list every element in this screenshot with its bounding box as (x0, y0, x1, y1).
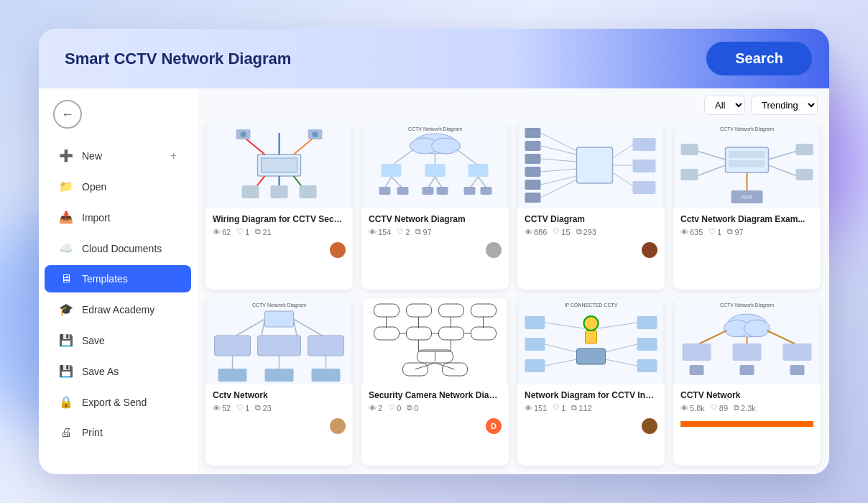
card-footer-2 (361, 242, 509, 264)
svg-rect-13 (242, 185, 259, 198)
svg-rect-52 (577, 147, 613, 183)
svg-rect-36 (437, 187, 448, 195)
card-stats-6: 👁2 ♡0 ⧉0 (369, 403, 502, 412)
card-img-3 (517, 122, 665, 208)
card-img-7: IP CONNECTED CCTV (517, 298, 665, 384)
svg-rect-89 (265, 369, 294, 382)
svg-rect-120 (525, 316, 545, 329)
card-footer-7 (517, 418, 665, 440)
card-cctv-diagram[interactable]: CCTV Diagram 👁886 ♡15 ⧉293 (517, 122, 665, 290)
card-cctv-network3[interactable]: CCTV Network Diagram (673, 298, 821, 466)
svg-rect-121 (525, 338, 545, 351)
card-cctv-network[interactable]: CCTV Network Diagram (361, 122, 509, 290)
svg-rect-44 (525, 180, 541, 190)
card-stats-1: 👁62 ♡1 ⧉21 (213, 227, 346, 236)
svg-rect-14 (271, 185, 288, 198)
sidebar-item-cloud[interactable]: ☁️ Cloud Documents (45, 234, 191, 262)
search-input[interactable] (56, 50, 706, 68)
svg-rect-83 (258, 336, 301, 356)
card-img-5: CCTV Network Diagram (206, 298, 353, 384)
svg-rect-15 (300, 185, 317, 198)
sidebar-item-academy[interactable]: 🎓 Edraw Academy (45, 295, 191, 323)
sidebar-item-saveas[interactable]: 💾 Save As (45, 357, 191, 385)
card-title-4: Cctv Network Diagram Exam... (680, 214, 813, 224)
svg-text:CCTV Network Diagram: CCTV Network Diagram (252, 303, 306, 308)
card-cctv-exam[interactable]: CCTV Network Diagram (673, 122, 821, 290)
svg-rect-125 (637, 359, 657, 372)
svg-rect-45 (525, 193, 541, 203)
svg-rect-33 (379, 187, 391, 195)
cloud-icon: ☁️ (59, 241, 73, 255)
card-stats-4: 👁635 ♡1 ⧉97 (680, 227, 813, 236)
card-img-4: CCTV Network Diagram (673, 122, 821, 208)
svg-text:CCTV Network Diagram: CCTV Network Diagram (408, 126, 462, 132)
avatar-2 (486, 242, 502, 258)
svg-rect-84 (308, 336, 344, 356)
svg-rect-91 (364, 298, 507, 384)
filter-select[interactable]: All (704, 96, 745, 115)
sidebar-item-print[interactable]: 🖨 Print (45, 419, 191, 446)
save-icon: 💾 (59, 333, 73, 347)
card-info-6: Security Camera Network Diagram 👁2 ♡0 ⧉0 (361, 384, 509, 418)
svg-rect-37 (464, 187, 476, 195)
card-wiring-diagram[interactable]: Wiring Diagram for CCTV Security Camera … (206, 122, 353, 290)
svg-rect-70 (796, 144, 813, 155)
svg-rect-146 (740, 365, 754, 375)
card-img-2: CCTV Network Diagram (361, 122, 509, 208)
sidebar-item-import[interactable]: 📥 Import (45, 203, 191, 231)
card-security-camera[interactable]: Security Camera Network Diagram 👁2 ♡0 ⧉0… (361, 298, 509, 466)
sidebar-item-save[interactable]: 💾 Save (45, 326, 191, 354)
svg-point-138 (744, 320, 770, 337)
svg-rect-88 (218, 369, 247, 382)
svg-rect-58 (633, 181, 656, 194)
sidebar-item-new[interactable]: ➕ New + (45, 142, 191, 170)
svg-rect-145 (690, 365, 704, 375)
card-cctv-network2[interactable]: CCTV Network Diagram (206, 298, 353, 466)
sidebar-label-templates: Templates (82, 273, 128, 285)
search-button[interactable]: Search (706, 42, 812, 75)
card-img-6 (361, 298, 509, 384)
back-button[interactable]: ← (53, 100, 82, 129)
card-stats-3: 👁886 ♡15 ⧉293 (525, 227, 657, 236)
sidebar-label-cloud: Cloud Documents (82, 243, 162, 254)
templates-icon: 🖥 (59, 272, 73, 285)
sidebar-label-export: Export & Send (82, 397, 147, 408)
svg-text:CCTV Network Diagram: CCTV Network Diagram (720, 303, 774, 308)
sidebar-label-print: Print (82, 427, 103, 438)
search-bar: Search (39, 29, 829, 88)
card-footer-8 (673, 418, 821, 433)
svg-rect-90 (312, 369, 341, 382)
svg-point-12 (313, 131, 318, 137)
card-footer-5 (206, 418, 353, 440)
sidebar-label-academy: Edraw Academy (82, 304, 154, 315)
orange-bar-8 (680, 421, 813, 427)
svg-text:NVR: NVR (742, 195, 752, 200)
svg-rect-124 (637, 338, 657, 351)
card-footer-6: D (361, 418, 509, 440)
card-stats-7: 👁151 ♡1 ⧉112 (525, 403, 657, 412)
card-info-3: CCTV Diagram 👁886 ♡15 ⧉293 (517, 208, 665, 242)
svg-text:IP CONNECTED CCTV: IP CONNECTED CCTV (565, 303, 618, 308)
sidebar-item-templates[interactable]: 🖥 Templates (45, 265, 191, 292)
svg-rect-143 (733, 343, 762, 361)
svg-text:CCTV Network Diagram: CCTV Network Diagram (720, 126, 774, 132)
sidebar-item-open[interactable]: 📁 Open (45, 172, 191, 200)
avatar-7 (642, 418, 657, 434)
avatar-5 (330, 418, 346, 434)
card-img-8: CCTV Network Diagram (673, 298, 821, 384)
sort-select[interactable]: Trending (751, 96, 818, 115)
card-cctv-installation[interactable]: IP CONNECTED CCTV (517, 298, 665, 466)
content-area: All Trending (197, 88, 829, 474)
svg-rect-126 (577, 349, 606, 364)
card-info-4: Cctv Network Diagram Exam... 👁635 ♡1 ⧉97 (673, 208, 821, 242)
card-info-5: Cctv Network 👁52 ♡1 ⧉23 (206, 384, 353, 418)
svg-rect-2 (262, 158, 297, 172)
sidebar-label-open: Open (82, 181, 106, 193)
svg-rect-35 (423, 187, 434, 195)
app-container: Search ← ➕ New + 📁 Open 📥 Import (39, 29, 829, 474)
card-img-1 (206, 122, 353, 208)
sidebar-item-export[interactable]: 🔒 Export & Send (45, 388, 191, 416)
svg-rect-25 (425, 164, 445, 177)
svg-rect-119 (586, 331, 597, 343)
card-title-8: CCTV Network (680, 390, 813, 400)
